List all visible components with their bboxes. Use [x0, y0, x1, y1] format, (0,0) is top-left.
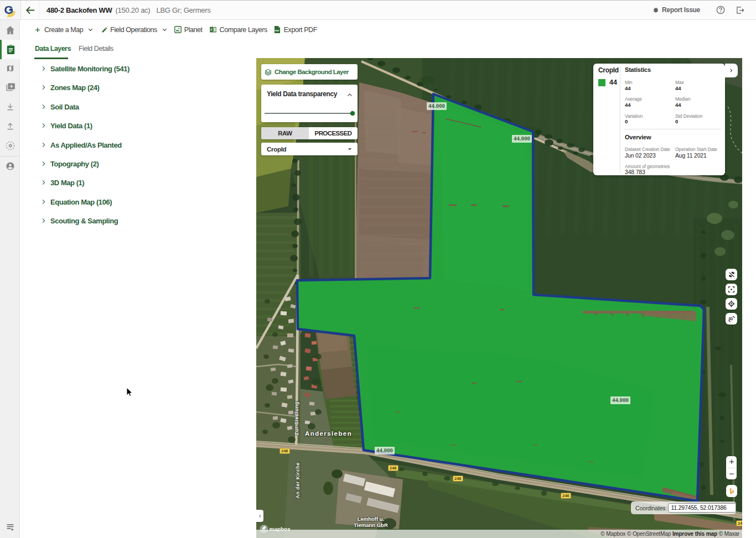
svg-text:PDF: PDF: [275, 29, 279, 32]
svg-text:3D: 3D: [728, 317, 733, 321]
